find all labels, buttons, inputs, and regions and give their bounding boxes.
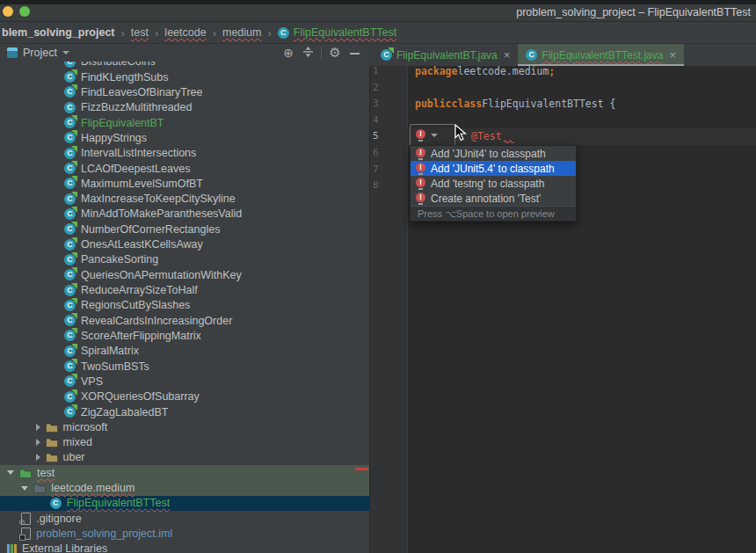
breadcrumb-label: medium	[222, 26, 261, 39]
code-text: public class FlipEquivalentBTTest {	[408, 96, 616, 113]
run-overlay-icon	[71, 207, 77, 213]
tree-item[interactable]: CXORQueriesOfSubarray	[0, 389, 369, 404]
tree-item-label: ReduceArraySizeToHalf	[81, 284, 198, 296]
tree-item[interactable]: CDistributeCoins	[0, 62, 369, 69]
tree-item[interactable]: CScoreAfterFlippingMatrix	[0, 328, 369, 343]
run-overlay-icon	[71, 146, 77, 152]
intention-popup-item[interactable]: !Create annotation 'Test'	[411, 191, 576, 206]
tree-item[interactable]: test	[0, 465, 369, 480]
tree-item[interactable]: COnesAtLeastKCellsAway	[0, 236, 369, 251]
breadcrumb-item[interactable]: test	[131, 26, 149, 39]
tree-item[interactable]: CPancakeSorting	[0, 252, 369, 267]
default-folder-icon	[46, 452, 58, 462]
locate-icon[interactable]: ⊕	[280, 47, 296, 59]
tree-item[interactable]: CTwoSumBSTs	[0, 359, 369, 374]
breadcrumb-item[interactable]: CFlipEquivalentBTTest	[278, 26, 396, 39]
tree-item[interactable]: CMaximumLevelSumOfBT	[0, 176, 369, 191]
class-icon: C	[64, 330, 76, 341]
tree-item[interactable]: External Libraries	[0, 542, 369, 553]
tree-item-label: mixed	[63, 436, 92, 448]
editor-tab[interactable]: CFlipEquivalentBTTest.java×	[518, 44, 684, 66]
tree-item[interactable]: CLCAOfDeepestLeaves	[0, 161, 369, 176]
class-icon: C	[64, 62, 76, 68]
run-overlay-icon	[71, 313, 77, 319]
run-overlay-icon	[71, 176, 77, 182]
line-number[interactable]: 1	[370, 66, 408, 80]
editor-tab[interactable]: CFlipEquivalentBT.java×	[373, 44, 518, 66]
tree-item[interactable]: problem_solving_project.iml	[0, 526, 369, 541]
tree-item[interactable]: leetcode.medium	[0, 480, 369, 495]
breadcrumb-item[interactable]: medium	[222, 26, 261, 39]
class-icon: C	[64, 71, 76, 83]
line-number[interactable]: 6	[370, 145, 408, 162]
tree-item[interactable]: CFizzBuzzMultithreaded	[0, 100, 369, 115]
tree-item[interactable]: CQueriesOnAPermutationWithKey	[0, 267, 369, 282]
class-icon: C	[278, 27, 289, 39]
tree-item[interactable]: CZigZagLabaledBT	[0, 404, 369, 419]
tree-item[interactable]: CHappyStrings	[0, 130, 369, 145]
close-icon[interactable]: ×	[504, 48, 511, 62]
expand-arrow-icon[interactable]	[21, 486, 28, 491]
editor-tab-label: FlipEquivalentBTTest.java	[542, 49, 663, 62]
window-title: problem_solving_project – FlipEquivalent…	[516, 6, 751, 18]
tree-item[interactable]: CVPS	[0, 374, 369, 389]
minimize-traffic-light[interactable]	[3, 6, 13, 17]
class-icon: C	[64, 163, 76, 174]
expand-arrow-icon[interactable]	[7, 470, 14, 475]
tree-item-label: External Libraries	[22, 542, 107, 553]
intention-bulb-widget[interactable]: !	[410, 124, 455, 146]
project-toolwindow-title[interactable]: Project	[23, 47, 57, 59]
tree-item[interactable]: uber	[0, 450, 369, 465]
tree-item-label: VPS	[81, 375, 103, 388]
settings-icon[interactable]: ⚙	[327, 47, 343, 59]
tree-item[interactable]: mixed	[0, 435, 369, 450]
external-libraries-icon	[7, 544, 17, 553]
hide-icon[interactable]	[346, 47, 362, 59]
tree-item[interactable]: CFindKLengthSubs	[0, 69, 369, 84]
tree-item[interactable]: CMinAddToMakeParanthesesValid	[0, 207, 369, 222]
line-number[interactable]: 8	[370, 178, 408, 194]
breadcrumb-item[interactable]: leetcode	[164, 26, 206, 39]
chevron-down-icon[interactable]	[62, 51, 69, 55]
tree-item[interactable]: CMaxIncreaseToKeepCitySkyline	[0, 192, 369, 207]
run-overlay-icon	[71, 374, 77, 380]
tree-item[interactable]: CSpiralMatrix	[0, 344, 369, 359]
tree-item[interactable]: CNumberOfCornerRectangles	[0, 222, 369, 236]
zoom-traffic-light[interactable]	[19, 6, 30, 17]
ide-window: problem_solving_project – FlipEquivalent…	[0, 0, 756, 553]
collapse-all-icon[interactable]	[300, 47, 316, 59]
intention-popup-item-label: Add 'testng' to classpath	[431, 178, 544, 190]
line-number[interactable]: 7	[370, 162, 408, 178]
line-number[interactable]: 5	[370, 128, 408, 145]
tree-item[interactable]: CIntervalListIntersections	[0, 146, 369, 161]
tree-item[interactable]: CReduceArraySizeToHalf	[0, 282, 369, 297]
default-folder-icon	[46, 437, 58, 447]
collapse-arrow-icon[interactable]	[36, 439, 40, 446]
run-overlay-icon	[71, 69, 77, 76]
line-number[interactable]: 4	[370, 113, 408, 129]
tree-item[interactable]: ⊘.gitignore	[0, 511, 369, 526]
breadcrumb-separator: ›	[213, 26, 216, 40]
tree-item[interactable]: microsoft	[0, 419, 369, 434]
tree-item-label: RevealCardsInIncreasingOrder	[81, 315, 232, 327]
intention-popup-item[interactable]: !Add 'JUnit5.4' to classpath	[411, 161, 576, 176]
breadcrumb-item[interactable]: blem_solving_project	[2, 26, 115, 39]
tree-item[interactable]: CFlipEquivalentBT	[0, 115, 369, 130]
tree-item[interactable]: CFlipEquivalentBTTest	[0, 496, 369, 511]
tree-item-label: MaxIncreaseToKeepCitySkyline	[81, 193, 236, 205]
editor[interactable]: 1package leetcode.medium;23public class …	[369, 66, 756, 553]
intention-popup-item[interactable]: !Add 'testng' to classpath	[411, 176, 576, 191]
line-number[interactable]: 2	[370, 80, 408, 97]
collapse-arrow-icon[interactable]	[36, 454, 40, 461]
class-icon: C	[64, 193, 76, 205]
class-icon: C	[50, 498, 62, 509]
tree-item[interactable]: CFindLeavesOfBinaryTree	[0, 84, 369, 99]
collapse-arrow-icon[interactable]	[36, 424, 40, 431]
close-icon[interactable]: ×	[669, 48, 676, 62]
code-line: 2	[370, 80, 756, 97]
intention-popup-item[interactable]: !Add 'JUnit4' to classpath	[411, 146, 576, 161]
line-number[interactable]: 3	[370, 96, 408, 113]
tree-item[interactable]: CRevealCardsInIncreasingOrder	[0, 313, 369, 328]
tree-item[interactable]: CRegionsCutBySlashes	[0, 298, 369, 313]
project-toolwindow-icon[interactable]	[7, 47, 18, 58]
